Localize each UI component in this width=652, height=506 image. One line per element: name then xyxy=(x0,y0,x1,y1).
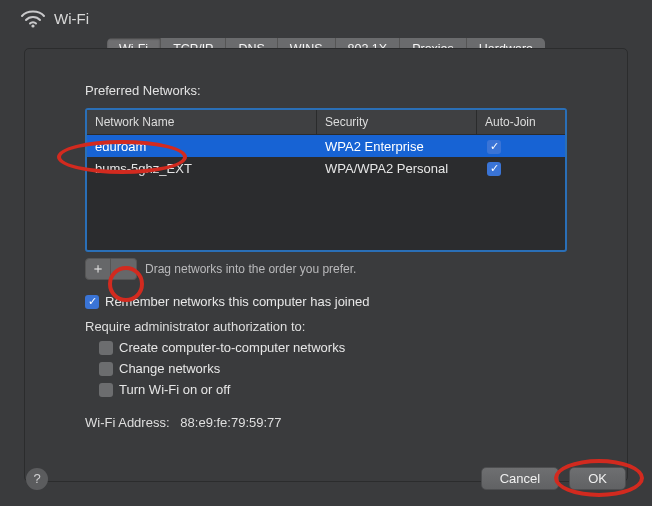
admin-checkbox[interactable] xyxy=(99,383,113,397)
wifi-icon xyxy=(20,8,46,28)
autojoin-checkbox[interactable]: ✓ xyxy=(487,162,501,176)
wifi-advanced-window: Wi-Fi Wi-FiTCP/IPDNSWINS802.1XProxiesHar… xyxy=(0,0,652,506)
autojoin-checkbox[interactable]: ✓ xyxy=(487,140,501,154)
content-panel: Preferred Networks: Network Name Securit… xyxy=(24,48,628,482)
remember-networks-label: Remember networks this computer has join… xyxy=(105,294,369,309)
network-autojoin[interactable]: ✓ xyxy=(477,138,565,154)
footer: ? Cancel OK xyxy=(0,467,652,490)
window-title: Wi-Fi xyxy=(54,10,89,27)
network-autojoin[interactable]: ✓ xyxy=(477,160,565,176)
admin-option[interactable]: Turn Wi-Fi on or off xyxy=(99,382,567,397)
wifi-address-label: Wi-Fi Address: xyxy=(85,415,170,430)
wifi-address-value: 88:e9:fe:79:59:77 xyxy=(180,415,281,430)
network-name: eduroam xyxy=(87,139,317,154)
preferred-networks-table[interactable]: Network Name Security Auto-Join eduroamW… xyxy=(85,108,567,252)
table-header: Network Name Security Auto-Join xyxy=(87,110,565,135)
svg-point-0 xyxy=(31,24,34,27)
preferred-networks-label: Preferred Networks: xyxy=(85,83,567,98)
col-security[interactable]: Security xyxy=(317,110,477,134)
remove-network-button[interactable]: － xyxy=(111,258,137,280)
admin-option[interactable]: Change networks xyxy=(99,361,567,376)
network-security: WPA/WPA2 Personal xyxy=(317,161,477,176)
help-button[interactable]: ? xyxy=(26,468,48,490)
col-network-name[interactable]: Network Name xyxy=(87,110,317,134)
admin-option[interactable]: Create computer-to-computer networks xyxy=(99,340,567,355)
admin-option-label: Turn Wi-Fi on or off xyxy=(119,382,230,397)
network-row[interactable]: bums-5ghz_EXTWPA/WPA2 Personal✓ xyxy=(87,157,565,179)
admin-checkbox[interactable] xyxy=(99,362,113,376)
ok-button[interactable]: OK xyxy=(569,467,626,490)
table-controls: ＋ － Drag networks into the order you pre… xyxy=(85,258,567,280)
wifi-address-line: Wi-Fi Address: 88:e9:fe:79:59:77 xyxy=(85,415,567,430)
col-auto-join[interactable]: Auto-Join xyxy=(477,110,565,134)
admin-option-label: Create computer-to-computer networks xyxy=(119,340,345,355)
network-row[interactable]: eduroamWPA2 Enterprise✓ xyxy=(87,135,565,157)
cancel-button[interactable]: Cancel xyxy=(481,467,559,490)
add-network-button[interactable]: ＋ xyxy=(85,258,111,280)
drag-hint: Drag networks into the order you prefer. xyxy=(145,262,356,276)
remember-networks-checkbox[interactable]: ✓ xyxy=(85,295,99,309)
remember-networks-option[interactable]: ✓ Remember networks this computer has jo… xyxy=(85,294,567,309)
admin-auth-label: Require administrator authorization to: xyxy=(85,319,567,334)
admin-checkbox[interactable] xyxy=(99,341,113,355)
network-name: bums-5ghz_EXT xyxy=(87,161,317,176)
network-security: WPA2 Enterprise xyxy=(317,139,477,154)
window-header: Wi-Fi xyxy=(0,0,652,34)
admin-option-label: Change networks xyxy=(119,361,220,376)
